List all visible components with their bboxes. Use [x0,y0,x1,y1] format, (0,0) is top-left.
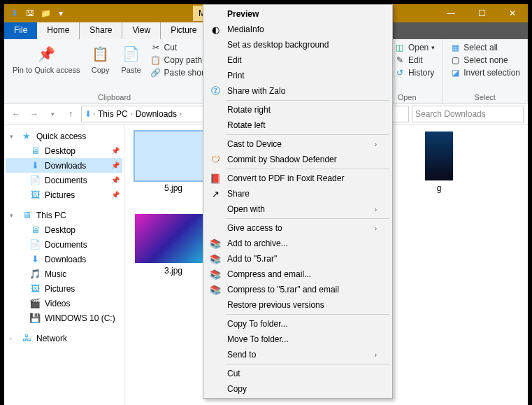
ctx-zalo[interactable]: ⓩShare with Zalo [205,83,391,99]
copy-button[interactable]: 📋 Copy [87,42,114,76]
sidebar-item-pc-videos[interactable]: 🎬Videos [6,296,122,311]
ctx-compress-email[interactable]: 📚Compress and email... [205,267,391,282]
sidebar-item-pc-drive[interactable]: 💾WINDOWS 10 (C:) [6,311,122,325]
nav-recent-button[interactable]: ▾ [45,106,60,122]
ctx-preview[interactable]: Preview [205,6,391,22]
pin-icon: 📌 [111,176,120,184]
history-button[interactable]: ↺History [393,67,436,78]
sidebar-item-pc-music[interactable]: 🎵Music [6,267,122,281]
nav-up-button[interactable]: ↑ [63,106,78,122]
desktop-icon: 🖥 [29,145,41,156]
app-icon: ⬇ [8,7,21,20]
open-icon: ◫ [394,43,405,52]
ctx-compress-5rar[interactable]: 📚Compress to "5.rar" and email [205,282,391,297]
ctx-set-desktop-background[interactable]: Set as desktop background [205,37,391,52]
thumbnail [135,132,212,180]
pin-icon: 📌 [111,191,120,199]
copy-icon: 📋 [90,43,111,64]
select-group-label: Select [448,92,522,101]
ctx-add-archive[interactable]: 📚Add to archive... [205,236,391,251]
ctx-copy-to[interactable]: Copy To folder... [205,316,391,332]
pin-quick-access-button[interactable]: 📌 Pin to Quick access [10,42,83,76]
edit-button[interactable]: ✎Edit [393,55,436,66]
maximize-button[interactable]: ☐ [466,4,497,22]
scissors-icon: ✂ [150,43,161,52]
sidebar-item-quickaccess[interactable]: ▾★Quick access [6,129,122,143]
selectnone-icon: ▢ [450,55,461,65]
ctx-move-to[interactable]: Move To folder... [205,332,391,347]
sidebar-item-pc-desktop[interactable]: 🖥Desktop [6,222,122,237]
sidebar-item-downloads[interactable]: ⬇Downloads📌 [6,158,122,173]
ctx-copy[interactable]: Copy [205,381,391,397]
sidebar-item-thispc[interactable]: ▾🖥This PC [6,208,122,222]
ctx-send-to[interactable]: Send to› [205,347,391,362]
breadcrumb-downloads[interactable]: Downloads [134,109,178,119]
network-icon: 🖧 [21,333,32,343]
ctx-mediainfo[interactable]: ◐MediaInfo [205,22,391,37]
chevron-right-icon: › [375,351,377,359]
paste-button[interactable]: 📄 Paste [118,42,145,76]
chevron-right-icon: › [375,206,377,213]
tab-share[interactable]: Share [80,22,122,39]
ctx-rotate-right[interactable]: Rotate right [205,102,391,118]
chevron-right-icon: › [375,225,377,232]
sidebar-item-network[interactable]: ›🖧Network [6,331,122,346]
nav-back-button[interactable]: ← [8,106,24,122]
sidebar-item-pc-downloads[interactable]: ⬇Downloads [6,252,122,267]
select-all-button[interactable]: ▦Select all [448,42,522,53]
file-name: 5.jpg [164,183,182,193]
sidebar-item-pc-pictures[interactable]: 🖼Pictures [6,281,122,296]
open-dropdown-button[interactable]: ◫Open ▾ [393,42,436,53]
breadcrumb-thispc[interactable]: This PC [96,109,129,119]
sidebar-item-documents[interactable]: 📄Documents📌 [6,173,122,187]
winrar-icon: 📚 [209,285,222,295]
picture-icon: 🖼 [29,190,41,200]
ctx-restore-versions[interactable]: Restore previous versions [205,297,391,313]
save-icon[interactable]: 🖫 [24,7,36,20]
close-button[interactable]: ✕ [497,4,528,22]
invert-icon: ◪ [450,68,461,78]
sidebar-item-desktop[interactable]: 🖥Desktop📌 [6,143,122,158]
download-icon: ⬇ [29,160,41,171]
pin-icon: 📌 [111,147,120,155]
select-none-button[interactable]: ▢Select none [448,55,522,66]
chevron-right-icon: › [375,141,377,148]
invert-selection-button[interactable]: ◪Invert selection [448,67,522,78]
history-icon: ↺ [394,68,405,78]
search-input[interactable]: Search Downloads [412,106,524,122]
selectall-icon: ▦ [450,43,461,52]
ctx-edit[interactable]: Edit [205,52,391,68]
ctx-cut[interactable]: Cut [205,366,391,381]
ctx-rotate-left[interactable]: Rotate left [205,118,391,133]
ctx-print[interactable]: Print [205,68,391,83]
shortcut-icon: 🔗 [150,68,161,78]
tab-view[interactable]: View [122,22,161,39]
ctx-shadow-defender[interactable]: 🛡Commit by Shadow Defender [205,152,391,167]
star-icon: ★ [21,131,32,141]
sidebar-item-pc-documents[interactable]: 📄Documents [6,237,122,252]
ctx-add-5rar[interactable]: 📚Add to "5.rar" [205,251,391,267]
minimize-button[interactable]: — [436,4,466,22]
ctx-give-access[interactable]: Give access to› [205,220,391,236]
winrar-icon: 📚 [209,239,222,249]
winrar-icon: 📚 [209,254,222,264]
file-item-partial[interactable]: g [397,132,481,193]
ctx-cast[interactable]: Cast to Device› [205,136,391,152]
nav-forward-button[interactable]: → [27,106,42,122]
winrar-icon: 📚 [209,269,222,280]
ctx-share[interactable]: ↗Share [205,186,391,201]
pin-icon: 📌 [111,162,120,169]
tab-home[interactable]: Home [37,22,80,39]
sidebar-item-pictures[interactable]: 🖼Pictures📌 [6,187,122,202]
thumbnail [425,132,453,180]
file-menu[interactable]: File [4,22,37,39]
tab-picture[interactable]: Picture [161,22,206,39]
ctx-foxit[interactable]: 📕Convert to PDF in Foxit Reader [205,171,391,186]
zalo-icon: ⓩ [209,85,222,97]
qa-divider: ▾ [55,7,67,20]
download-icon: ⬇ [85,109,92,119]
ctx-open-with[interactable]: Open with› [205,201,391,217]
file-name: g [437,183,442,193]
mediainfo-icon: ◐ [209,24,222,35]
sidebar: ▾★Quick access 🖥Desktop📌 ⬇Downloads📌 📄Do… [4,125,124,405]
